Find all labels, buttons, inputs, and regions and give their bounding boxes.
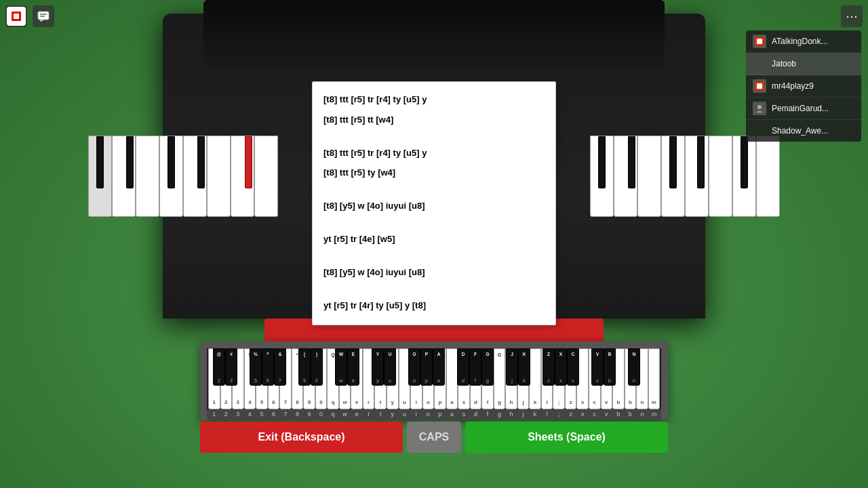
black-key[interactable]: Nn bbox=[628, 348, 640, 386]
player-item[interactable]: Jatoob bbox=[746, 53, 861, 75]
svg-rect-8 bbox=[757, 83, 762, 89]
black-key[interactable]: )0 bbox=[311, 348, 323, 386]
key-label: t bbox=[374, 411, 387, 418]
key-label: 0 bbox=[315, 411, 328, 418]
player-list: ATalkingDonk... Jatoob mr44playz9 Pemain… bbox=[746, 30, 861, 142]
black-key[interactable]: Cc bbox=[567, 348, 579, 386]
player-name: Jatoob bbox=[772, 59, 796, 68]
white-key[interactable]: a bbox=[446, 348, 458, 409]
player-avatar bbox=[753, 57, 766, 70]
key-label: r bbox=[363, 411, 375, 418]
black-key[interactable]: #3 bbox=[225, 348, 237, 386]
key-label: ; bbox=[553, 411, 565, 418]
black-key[interactable]: %5 bbox=[250, 348, 262, 386]
black-key[interactable]: Ff bbox=[469, 348, 481, 386]
key-label: n bbox=[636, 411, 648, 418]
roblox-menu-button[interactable] bbox=[5, 5, 27, 27]
player-name: PemainGarud... bbox=[772, 104, 829, 113]
player-avatar bbox=[753, 102, 766, 115]
black-key[interactable]: Xx bbox=[555, 348, 567, 386]
key-label: s bbox=[458, 411, 470, 418]
key-label: x bbox=[576, 411, 589, 418]
key-label: 2 bbox=[220, 411, 233, 418]
black-key[interactable]: ^6 bbox=[262, 348, 274, 386]
key-label: k bbox=[529, 411, 541, 418]
key-label: y bbox=[387, 411, 399, 418]
black-key[interactable]: Ee bbox=[347, 348, 359, 386]
keyboard-container: !1@23$4%5^67*8(90QqWwEerTtYyuIiOoPpaSsDd… bbox=[200, 342, 668, 420]
key-label: 1 bbox=[208, 411, 220, 418]
player-name: ATalkingDonk... bbox=[772, 37, 827, 46]
player-name: Shadow_Awe... bbox=[772, 126, 828, 136]
white-key[interactable]: m bbox=[648, 348, 660, 409]
black-key[interactable]: Dd bbox=[457, 348, 469, 386]
black-key[interactable]: &7 bbox=[274, 348, 286, 386]
svg-rect-1 bbox=[14, 14, 19, 19]
roblox-logo bbox=[7, 7, 26, 26]
black-key[interactable]: Yy bbox=[372, 348, 384, 386]
key-label: 8 bbox=[292, 411, 304, 418]
bottom-buttons: Exit (Backspace) CAPS Sheets (Space) bbox=[200, 422, 668, 453]
piano-keys-left bbox=[88, 136, 278, 217]
key-label: j bbox=[517, 411, 530, 418]
black-key[interactable]: Vv bbox=[591, 348, 604, 386]
key-label: h bbox=[505, 411, 517, 418]
player-item[interactable]: mr44playz9 bbox=[746, 75, 861, 98]
black-key[interactable]: Pp bbox=[420, 348, 433, 386]
key-label: g bbox=[494, 411, 506, 418]
key-label: 5 bbox=[256, 411, 268, 418]
labels-row: 1234567890qwertyuiopasdfghjkl;zxcvbbnm bbox=[207, 409, 661, 420]
exit-button[interactable]: Exit (Backspace) bbox=[200, 422, 403, 453]
key-label: p bbox=[434, 411, 446, 418]
black-key[interactable]: Uu bbox=[384, 348, 396, 386]
sheet-music-panel: [t8] ttt [r5] tr [r4] ty [u5] y[t8] ttt … bbox=[312, 81, 556, 325]
black-key[interactable]: Zz bbox=[542, 348, 555, 386]
more-options-button[interactable]: ⋯ bbox=[841, 5, 863, 27]
black-key[interactable]: Kk bbox=[518, 348, 530, 386]
key-label: 6 bbox=[268, 411, 280, 418]
piano-keys-right bbox=[590, 136, 780, 217]
player-avatar bbox=[753, 35, 766, 48]
key-label: 4 bbox=[244, 411, 256, 418]
player-item[interactable]: ATalkingDonk... bbox=[746, 30, 861, 53]
key-label: z bbox=[565, 411, 577, 418]
black-key[interactable]: Jj bbox=[506, 348, 518, 386]
key-label: l bbox=[541, 411, 553, 418]
key-label: e bbox=[351, 411, 363, 418]
white-key[interactable]: k bbox=[529, 348, 541, 409]
player-item[interactable]: Shadow_Awe... bbox=[746, 120, 861, 142]
black-key[interactable]: (9 bbox=[298, 348, 311, 386]
sheets-button[interactable]: Sheets (Space) bbox=[465, 422, 668, 453]
key-label: 9 bbox=[303, 411, 315, 418]
key-label: f bbox=[481, 411, 494, 418]
black-keys-overlay: @2#3%5^6&7(9)0WwEeYyUuOoPpAaDdFfGgJjKkZz… bbox=[207, 348, 661, 386]
key-label: 3 bbox=[232, 411, 244, 418]
black-key[interactable]: @2 bbox=[213, 348, 225, 386]
black-key[interactable]: Oo bbox=[408, 348, 420, 386]
key-label: m bbox=[648, 411, 660, 418]
key-label: i bbox=[410, 411, 422, 418]
key-label: v bbox=[601, 411, 613, 418]
key-label: u bbox=[399, 411, 411, 418]
key-label: b bbox=[612, 411, 625, 418]
black-key[interactable]: Bb bbox=[604, 348, 616, 386]
chat-button[interactable] bbox=[33, 5, 54, 27]
svg-point-9 bbox=[757, 105, 762, 109]
piano-top bbox=[203, 0, 665, 68]
caps-button[interactable]: CAPS bbox=[407, 422, 461, 453]
black-key[interactable]: Gg bbox=[481, 348, 494, 386]
key-label: c bbox=[589, 411, 601, 418]
svg-rect-2 bbox=[38, 12, 49, 20]
player-name: mr44playz9 bbox=[772, 81, 814, 91]
player-avatar bbox=[753, 79, 766, 93]
player-item[interactable]: PemainGarud... bbox=[746, 98, 861, 120]
key-label: d bbox=[470, 411, 482, 418]
sheet-content: [t8] ttt [r5] tr [r4] ty [u5] y[t8] ttt … bbox=[323, 93, 545, 312]
black-key[interactable]: Aa bbox=[433, 348, 445, 386]
player-avatar bbox=[753, 124, 766, 138]
white-key[interactable]: Gg bbox=[494, 348, 506, 409]
black-key[interactable]: Ww bbox=[335, 348, 347, 386]
key-label: q bbox=[327, 411, 339, 418]
key-label: o bbox=[422, 411, 435, 418]
key-label: 7 bbox=[279, 411, 292, 418]
